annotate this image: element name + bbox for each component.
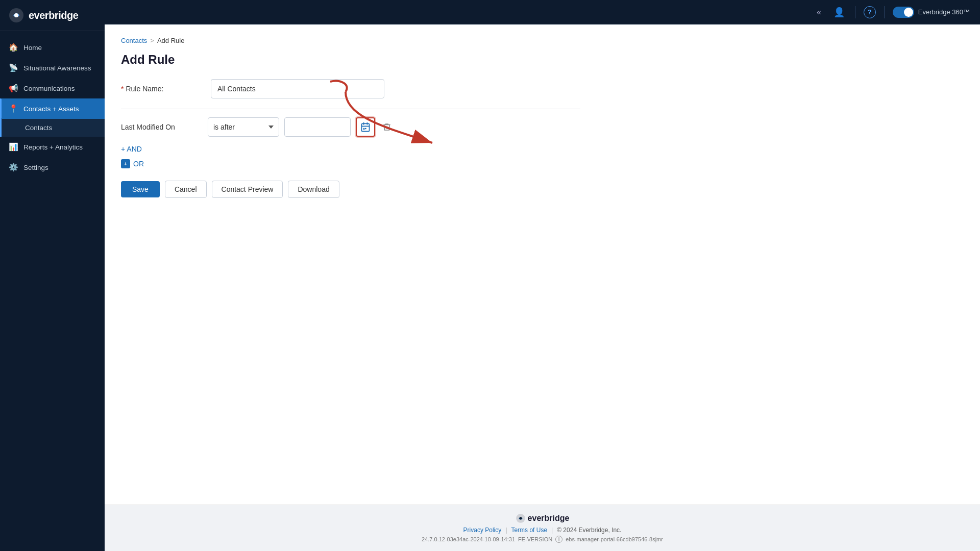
- footer-sep-2: |: [551, 527, 553, 534]
- footer-copyright: © 2024 Everbridge, Inc.: [557, 527, 621, 534]
- sidebar-item-reports-analytics[interactable]: 📊 Reports + Analytics: [0, 137, 105, 157]
- version-string: 24.7.0.12-03e34ac-2024-10-09-14:31: [422, 536, 515, 542]
- sidebar-item-label: Contacts + Assets: [23, 105, 79, 113]
- sidebar-item-contacts-assets[interactable]: 📍 Contacts + Assets: [0, 98, 105, 119]
- sidebar-item-contacts[interactable]: Contacts: [0, 119, 105, 137]
- page-title: Add Rule: [121, 53, 964, 67]
- svg-rect-6: [363, 128, 365, 130]
- condition-field-label: Last Modified On: [121, 123, 203, 131]
- footer-logo-text: everbridge: [528, 514, 570, 523]
- terms-of-use-link[interactable]: Terms of Use: [511, 527, 547, 534]
- sidebar-item-settings[interactable]: ⚙️ Settings: [0, 157, 105, 178]
- footer-logo: everbridge: [113, 513, 972, 523]
- add-or-row: + OR: [121, 159, 580, 168]
- sidebar-item-home[interactable]: 🏠 Home: [0, 37, 105, 58]
- delete-condition-btn[interactable]: [380, 120, 394, 134]
- sidebar-item-label: Communications: [23, 85, 75, 92]
- sidebar-item-label: Home: [23, 44, 42, 52]
- svg-rect-7: [365, 128, 366, 130]
- add-and-btn[interactable]: + AND: [121, 145, 142, 153]
- footer-logo-icon: [516, 513, 526, 523]
- sidebar-logo: everbridge: [0, 0, 105, 31]
- condition-section: Last Modified On is after is before is o…: [121, 109, 580, 137]
- breadcrumb: Contacts > Add Rule: [121, 37, 964, 44]
- condition-operator-select[interactable]: is after is before is on is between: [208, 117, 279, 137]
- condition-area: Last Modified On is after is before is o…: [121, 117, 580, 137]
- sidebar-item-label: Settings: [23, 164, 48, 171]
- footer: everbridge Privacy Policy | Terms of Use…: [105, 505, 980, 551]
- or-icon: +: [121, 159, 130, 168]
- footer-sep-1: |: [505, 527, 507, 534]
- info-icon: i: [555, 536, 562, 543]
- sidebar-item-label: Contacts: [25, 124, 52, 132]
- header-divider: [855, 6, 855, 18]
- svg-rect-2: [362, 123, 370, 131]
- home-icon: 🏠: [8, 42, 18, 53]
- rule-form: * Rule Name: Last Modified On is after i…: [121, 79, 580, 198]
- sidebar-item-label: Situational Awareness: [23, 64, 91, 72]
- condition-date-input[interactable]: [284, 117, 351, 137]
- contact-preview-button[interactable]: Contact Preview: [212, 181, 283, 198]
- action-buttons: Save Cancel Contact Preview Download: [121, 181, 580, 198]
- header-divider-2: [884, 6, 885, 18]
- sidebar-item-situational-awareness[interactable]: 📡 Situational Awareness: [0, 58, 105, 78]
- footer-links: Privacy Policy | Terms of Use | © 2024 E…: [113, 527, 972, 534]
- svg-rect-8: [363, 129, 365, 130]
- header-actions: « 👤 ? Everbridge 360™: [815, 5, 970, 20]
- content: Contacts > Add Rule Add Rule * Rule Name…: [105, 24, 980, 551]
- logo-text: everbridge: [29, 10, 78, 21]
- content-inner: Contacts > Add Rule Add Rule * Rule Name…: [105, 24, 980, 505]
- reports-analytics-icon: 📊: [8, 142, 18, 152]
- condition-row: Last Modified On is after is before is o…: [121, 117, 580, 137]
- privacy-policy-link[interactable]: Privacy Policy: [463, 527, 502, 534]
- fe-version-label: FE-VERSION: [518, 536, 552, 542]
- breadcrumb-parent-link[interactable]: Contacts: [121, 37, 147, 44]
- trash-icon: [382, 122, 391, 132]
- instance-string: ebs-manager-portal-66cdb97546-8sjmr: [566, 536, 663, 542]
- profile-btn[interactable]: 👤: [831, 5, 847, 20]
- situational-awareness-icon: 📡: [8, 63, 18, 73]
- add-condition-row: + AND: [121, 145, 580, 153]
- calendar-icon: [360, 122, 371, 132]
- sidebar-item-label: Reports + Analytics: [23, 143, 83, 151]
- collapse-sidebar-btn[interactable]: «: [815, 6, 823, 19]
- toggle-label: Everbridge 360™: [918, 8, 970, 16]
- cancel-button[interactable]: Cancel: [165, 181, 207, 198]
- svg-point-11: [519, 517, 522, 520]
- top-header: « 👤 ? Everbridge 360™: [105, 0, 980, 24]
- toggle-container: Everbridge 360™: [893, 7, 970, 18]
- required-indicator: *: [121, 85, 124, 93]
- help-btn[interactable]: ?: [864, 6, 876, 18]
- contacts-assets-icon: 📍: [8, 104, 18, 114]
- or-label: OR: [133, 160, 144, 168]
- everbridge360-toggle[interactable]: [893, 7, 914, 18]
- communications-icon: 📢: [8, 83, 18, 93]
- breadcrumb-current: Add Rule: [157, 37, 184, 44]
- settings-icon: ⚙️: [8, 162, 18, 172]
- add-or-btn[interactable]: + OR: [121, 159, 144, 168]
- save-button[interactable]: Save: [121, 181, 160, 197]
- footer-version: 24.7.0.12-03e34ac-2024-10-09-14:31 FE-VE…: [113, 536, 972, 543]
- sidebar: everbridge 🏠 Home 📡 Situational Awarenes…: [0, 0, 105, 551]
- rule-name-row: * Rule Name:: [121, 79, 580, 98]
- everbridge-logo-icon: [8, 7, 24, 23]
- main-wrapper: « 👤 ? Everbridge 360™ Contacts > Add Rul…: [105, 0, 980, 551]
- download-button[interactable]: Download: [288, 181, 339, 198]
- calendar-picker-btn[interactable]: [356, 117, 375, 137]
- sidebar-item-communications[interactable]: 📢 Communications: [0, 78, 105, 98]
- rule-name-input[interactable]: [211, 79, 384, 98]
- svg-point-1: [14, 13, 18, 17]
- rule-name-label: * Rule Name:: [121, 85, 203, 93]
- sidebar-nav: 🏠 Home 📡 Situational Awareness 📢 Communi…: [0, 31, 105, 551]
- active-bar: [0, 98, 2, 119]
- breadcrumb-separator: >: [150, 37, 154, 44]
